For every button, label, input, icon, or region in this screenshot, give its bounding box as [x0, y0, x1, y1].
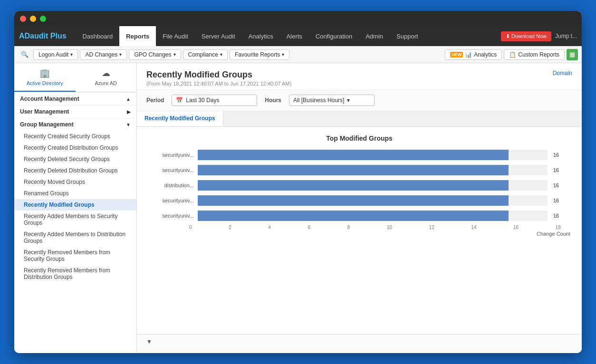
nav-file-audit[interactable]: File Audit: [156, 26, 194, 46]
bar-value-0: 16: [553, 152, 563, 158]
custom-reports-icon: 📋: [509, 51, 516, 58]
x-axis-label-6: 12: [429, 225, 434, 230]
analytics-icon: 📊: [465, 51, 472, 58]
sidebar-item-recently-deleted-distribution-groups[interactable]: Recently Deleted Distribution Groups: [14, 165, 136, 176]
bar-label-3: securityuniv...: [156, 198, 194, 203]
subnav-favourite-reports[interactable]: Favourite Reports ▾: [230, 49, 289, 60]
sub-nav: 🔍 Logon Audit ▾ AD Changes ▾ GPO Changes…: [14, 46, 582, 63]
bar-value-2: 16: [553, 182, 563, 188]
chevron-icon: ▶: [127, 109, 131, 115]
bar-label-1: securityuniv...: [156, 167, 194, 173]
bar-row-0: securityuniv... 16: [156, 150, 563, 160]
download-button[interactable]: ⬇ Download Now: [501, 31, 551, 41]
sidebar-group-account-management[interactable]: Account Management ▲: [14, 92, 136, 105]
new-badge: NEW: [450, 52, 463, 57]
nav-support[interactable]: Support: [390, 26, 425, 46]
bar-fill-0: [198, 150, 509, 160]
maximize-button[interactable]: [40, 16, 46, 22]
subnav-ad-changes[interactable]: AD Changes ▾: [80, 49, 127, 60]
x-axis-label-8: 16: [513, 225, 519, 230]
subnav-analytics[interactable]: NEW 📊 Analytics: [445, 49, 502, 60]
domain-link[interactable]: Domain: [553, 70, 572, 77]
bar-value-1: 16: [553, 167, 563, 173]
bar-row-3: securityuniv... 16: [156, 195, 563, 206]
chart-title: Top Modified Groups: [146, 134, 572, 142]
bar-label-4: securityuniv...: [156, 213, 194, 219]
chevron-down-icon: ▾: [119, 52, 122, 57]
x-axis-label-2: 4: [268, 225, 271, 230]
tab-active-directory[interactable]: 🏢 Active Directory: [14, 63, 76, 92]
bar-chart: securityuniv... 16 securityuniv... 16 di…: [146, 150, 572, 221]
close-button[interactable]: [20, 16, 26, 22]
subnav-gpo-changes[interactable]: GPO Changes ▾: [129, 49, 181, 60]
app-logo: ADaudit Plus: [19, 32, 67, 40]
subnav-custom-reports[interactable]: 📋 Custom Reports: [504, 49, 565, 60]
bar-value-3: 16: [553, 198, 563, 203]
sidebar-item-recently-deleted-security-groups[interactable]: Recently Deleted Security Groups: [14, 153, 136, 165]
sidebar-item-renamed-groups[interactable]: Renamed Groups: [14, 188, 136, 199]
bar-container-4: [198, 211, 548, 221]
bar-container-0: [198, 150, 548, 160]
nav-admin[interactable]: Admin: [359, 26, 390, 46]
subnav-compliance[interactable]: Compliance ▾: [183, 49, 228, 60]
nav-alerts[interactable]: Alerts: [280, 26, 309, 46]
nav-server-audit[interactable]: Server Audit: [195, 26, 242, 46]
bar-container-3: [198, 195, 548, 206]
bar-value-4: 16: [553, 213, 563, 219]
reports-icon-button[interactable]: ▦: [567, 49, 578, 60]
content-header: Recently Modified Groups (From May 18,20…: [137, 63, 582, 90]
sidebar-item-recently-created-distribution-groups[interactable]: Recently Created Distribution Groups: [14, 142, 136, 153]
download-icon: ⬇: [506, 33, 510, 39]
nav-right: ⬇ Download Now Jump t...: [501, 31, 577, 41]
top-nav: ADaudit Plus Dashboard Reports File Audi…: [14, 26, 582, 46]
nav-reports[interactable]: Reports: [119, 26, 156, 46]
chevron-down-icon: ▼: [126, 122, 131, 127]
jump-to[interactable]: Jump t...: [555, 33, 577, 39]
sidebar-item-recently-created-security-groups[interactable]: Recently Created Security Groups: [14, 131, 136, 142]
x-axis-label-3: 6: [308, 225, 311, 230]
hours-label: Hours: [265, 97, 281, 104]
nav-analytics[interactable]: Analytics: [242, 26, 280, 46]
sidebar-item-recently-added-members-security-groups[interactable]: Recently Added Members to Security Group…: [14, 211, 136, 229]
minimize-button[interactable]: [30, 16, 36, 22]
chevron-down-icon: ▾: [70, 52, 73, 57]
bottom-panel-label: ▼: [146, 338, 152, 345]
chevron-down-icon: ▾: [347, 97, 350, 104]
sidebar-item-recently-moved-groups[interactable]: Recently Moved Groups: [14, 176, 136, 188]
sidebar-item-recently-removed-members-distribution-groups[interactable]: Recently Removed Members from Distributi…: [14, 265, 136, 283]
x-axis: 024681012141618: [146, 225, 572, 230]
subnav-logon-audit[interactable]: Logon Audit ▾: [33, 49, 78, 60]
search-button[interactable]: 🔍: [18, 48, 31, 61]
sidebar-item-recently-removed-members-security-groups[interactable]: Recently Removed Members from Security G…: [14, 247, 136, 265]
nav-dashboard[interactable]: Dashboard: [76, 26, 120, 46]
sidebar-group-user-management[interactable]: User Management ▶: [14, 105, 136, 118]
hours-select[interactable]: All [Business Hours] ▾: [289, 95, 375, 106]
chevron-down-icon: ▾: [220, 52, 222, 57]
bar-row-2: distribution... 16: [156, 180, 563, 191]
calendar-icon: 📅: [176, 97, 183, 104]
sidebar-item-recently-added-members-distribution-groups[interactable]: Recently Added Members to Distribution G…: [14, 229, 136, 247]
tab-recently-modified-groups[interactable]: Recently Modified Groups: [137, 111, 223, 126]
app-window: ADaudit Plus Dashboard Reports File Audi…: [14, 11, 582, 353]
x-axis-label-5: 10: [387, 225, 392, 230]
page-subtitle: (From May 18,2021 12:40:07 AM to Jun 17,…: [146, 81, 291, 86]
x-axis-title: Change Count: [146, 231, 572, 237]
chevron-icon: ▲: [126, 96, 131, 102]
sidebar-group-group-management[interactable]: Group Management ▼: [14, 118, 136, 131]
title-bar: [14, 11, 582, 26]
bar-container-1: [198, 165, 548, 175]
sidebar-item-recently-modified-groups[interactable]: Recently Modified Groups: [14, 199, 136, 211]
tab-azure-ad[interactable]: ☁ Azure AD: [76, 63, 137, 92]
bar-label-0: securityuniv...: [156, 152, 194, 158]
grid-icon: ▦: [569, 51, 575, 58]
filter-bar: Period 📅 Last 30 Days Hours All [Busines…: [137, 90, 582, 111]
active-directory-icon: 🏢: [39, 68, 50, 78]
nav-configuration[interactable]: Configuration: [309, 26, 359, 46]
bar-label-2: distribution...: [156, 182, 194, 188]
bar-fill-2: [198, 180, 509, 191]
search-icon: 🔍: [21, 51, 29, 58]
period-input[interactable]: 📅 Last 30 Days: [172, 95, 257, 106]
bar-fill-3: [198, 195, 509, 206]
chevron-down-icon: ▾: [282, 52, 284, 57]
tab-bar: Recently Modified Groups: [137, 111, 582, 127]
